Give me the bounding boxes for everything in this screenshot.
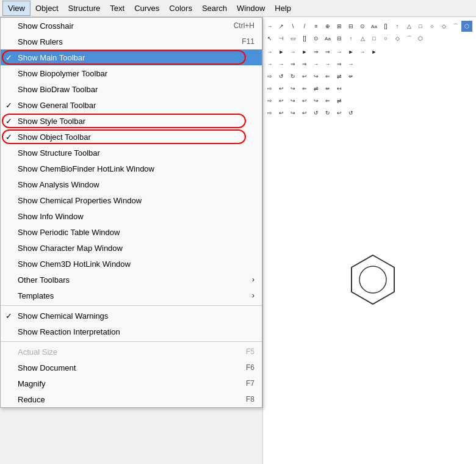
oval-tool[interactable]: ○ — [427, 21, 438, 32]
ring-tool[interactable]: ⊙ — [311, 33, 322, 44]
harr29[interactable]: ↩ — [334, 107, 345, 118]
menu-item-show-chemical[interactable]: Show Chemical Properties Window — [1, 192, 262, 208]
menu-item-actual-size[interactable]: Actual Size F5 — [1, 344, 262, 360]
harr25[interactable]: ↪ — [287, 107, 298, 118]
bond-double[interactable]: / — [299, 21, 310, 32]
harr16[interactable]: ⇨ — [264, 95, 275, 106]
menu-structure[interactable]: Structure — [63, 1, 106, 15]
bond-single[interactable]: \ — [287, 21, 298, 32]
harr7[interactable]: ⇌ — [334, 71, 345, 82]
table-tool[interactable]: ⊟ — [345, 21, 356, 32]
harr22[interactable]: ⇌ — [334, 95, 345, 106]
harr20[interactable]: ↪ — [311, 95, 322, 106]
menu-item-show-rulers[interactable]: Show Rulers F11 — [1, 34, 262, 49]
harr24[interactable]: ↩ — [276, 107, 287, 118]
harr8[interactable]: ⇍ — [345, 71, 356, 82]
menu-item-show-document[interactable]: Show Document F6 — [1, 360, 262, 375]
harr13[interactable]: ⇌ — [311, 83, 322, 94]
up-tool[interactable]: ↑ — [392, 21, 403, 32]
arr6[interactable]: ⇒ — [322, 46, 333, 57]
menu-item-show-structure[interactable]: Show Structure Toolbar — [1, 145, 262, 161]
arr5[interactable]: ⇒ — [311, 46, 322, 57]
diamond-tool[interactable]: ◇ — [438, 21, 449, 32]
harr4[interactable]: ↩ — [299, 71, 310, 82]
arr3[interactable]: → — [287, 46, 298, 57]
triangle-tool[interactable]: △ — [403, 21, 414, 32]
circle-tool[interactable]: ⊙ — [357, 21, 368, 32]
arr10[interactable]: ► — [369, 46, 380, 57]
harr3[interactable]: ↻ — [287, 71, 298, 82]
harr10[interactable]: ↩ — [276, 83, 287, 94]
arc-tool[interactable]: ⌒ — [450, 21, 461, 32]
harr2[interactable]: ↺ — [276, 71, 287, 82]
harr26[interactable]: ↩ — [299, 107, 310, 118]
menu-view[interactable]: View — [2, 1, 31, 16]
harr12[interactable]: ⇐ — [299, 83, 310, 94]
chain-tool[interactable]: ⊕ — [322, 21, 333, 32]
menu-help[interactable]: Help — [270, 1, 296, 15]
harr6[interactable]: ⇐ — [322, 71, 333, 82]
menu-object[interactable]: Object — [31, 1, 63, 15]
menu-item-magnify[interactable]: Magnify F7 — [1, 375, 262, 391]
menu-item-other-toolbars[interactable]: Other Toolbars › — [1, 272, 262, 288]
harr27[interactable]: ↺ — [311, 107, 322, 118]
menu-search[interactable]: Search — [197, 1, 232, 15]
charge-tool[interactable]: ⊟ — [334, 33, 345, 44]
arr17[interactable]: ⇒ — [334, 59, 345, 70]
menu-curves[interactable]: Curves — [129, 1, 164, 15]
arr4[interactable]: ► — [299, 46, 310, 57]
menu-item-show-general[interactable]: ✓ Show General Toolbar — [1, 97, 262, 113]
text2-tool[interactable]: Aa — [322, 33, 333, 44]
harr30[interactable]: ↺ — [345, 107, 356, 118]
arc2-tool[interactable]: ⌒ — [403, 33, 414, 44]
menu-item-show-chembio[interactable]: Show ChemBioFinder HotLink Window — [1, 161, 262, 176]
hexagon-tool[interactable]: ⬡ — [461, 21, 472, 32]
harr28[interactable]: ↻ — [322, 107, 333, 118]
hexagon2-tool[interactable]: ⬡ — [415, 33, 426, 44]
menu-colors[interactable]: Colors — [164, 1, 197, 15]
menu-item-show-object[interactable]: ✓ Show Object Toolbar — [1, 129, 262, 145]
menu-item-show-reaction[interactable]: Show Reaction Interpretation — [1, 324, 262, 339]
lasso-tool[interactable]: ⊣ — [276, 33, 287, 44]
menu-item-show-info[interactable]: Show Info Window — [1, 208, 262, 224]
arr18[interactable]: → — [345, 59, 356, 70]
cursor-tool[interactable]: ↖ — [264, 33, 275, 44]
bracket2-tool[interactable]: [] — [299, 33, 310, 44]
square-tool[interactable]: □ — [415, 21, 426, 32]
menu-item-show-periodic[interactable]: Show Periodic Table Window — [1, 224, 262, 240]
arr16[interactable]: → — [322, 59, 333, 70]
harr1[interactable]: ⇨ — [264, 71, 275, 82]
harr14[interactable]: ⇍ — [322, 83, 333, 94]
arr1[interactable]: → — [264, 46, 275, 57]
menu-window[interactable]: Window — [232, 1, 270, 15]
rect-select[interactable]: ▭ — [287, 33, 298, 44]
menu-text[interactable]: Text — [105, 1, 129, 15]
diamond2-tool[interactable]: ◇ — [392, 33, 403, 44]
harr17[interactable]: ↩ — [276, 95, 287, 106]
arr12[interactable]: → — [276, 59, 287, 70]
arr15[interactable]: → — [311, 59, 322, 70]
harr23[interactable]: ⇨ — [264, 107, 275, 118]
bracket-tool[interactable]: [] — [380, 21, 391, 32]
menu-item-show-chem3d[interactable]: Show Chem3D HotLink Window — [1, 256, 262, 272]
oval2-tool[interactable]: ○ — [380, 33, 391, 44]
arr9[interactable]: → — [357, 46, 368, 57]
menu-item-show-biopolymer[interactable]: Show Biopolymer Toolbar — [1, 65, 262, 81]
square2-tool[interactable]: □ — [369, 33, 380, 44]
wedge-tool[interactable]: ↑ — [345, 33, 356, 44]
menu-item-show-chemical-warnings[interactable]: ✓ Show Chemical Warnings — [1, 308, 262, 324]
text-tool[interactable]: Aa — [369, 21, 380, 32]
menu-item-show-charmap[interactable]: Show Character Map Window — [1, 240, 262, 256]
harr9[interactable]: ⇨ — [264, 83, 275, 94]
arrow-tool[interactable]: → — [264, 21, 275, 32]
arr2[interactable]: ► — [276, 46, 287, 57]
grid-tool[interactable]: ⊞ — [334, 21, 345, 32]
menu-item-templates[interactable]: Templates › — [1, 288, 262, 303]
menu-item-show-style[interactable]: ✓ Show Style Toolbar — [1, 113, 262, 129]
menu-item-show-main-toolbar[interactable]: ✓ Show Main Toolbar — [1, 49, 262, 65]
harr19[interactable]: ↩ — [299, 95, 310, 106]
harr18[interactable]: ↪ — [287, 95, 298, 106]
menu-item-reduce[interactable]: Reduce F8 — [1, 391, 262, 407]
harr5[interactable]: ↪ — [311, 71, 322, 82]
bond-triple[interactable]: ≡ — [311, 21, 322, 32]
